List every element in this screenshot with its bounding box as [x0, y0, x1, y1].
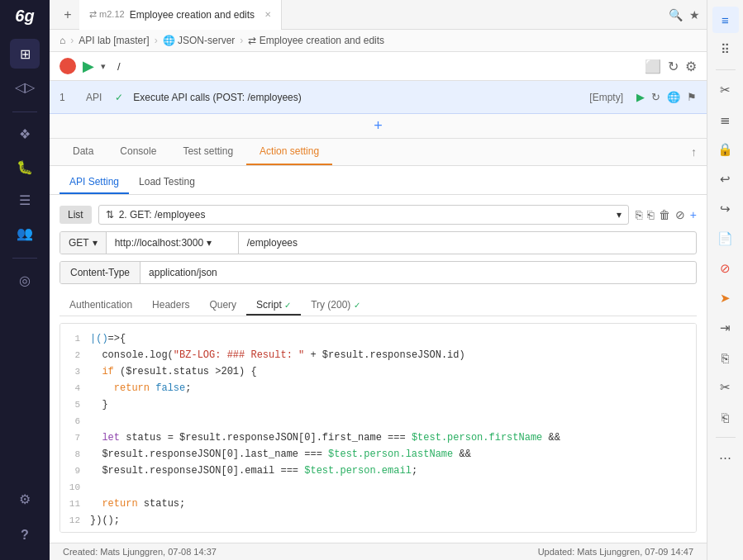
code-line-5: 5 } — [60, 396, 696, 413]
line-content-3: if ($result.status >201) { — [90, 363, 696, 380]
block-icon[interactable]: ⊘ — [675, 208, 685, 221]
left-sidebar: 6g ⊞ ◁▷ ❖ 🐛 ☰ 👥 ◎ ⚙ ? — [0, 0, 50, 560]
row-status: [Empty] — [589, 92, 623, 103]
line-number-7: 7 — [60, 429, 90, 446]
run-icon[interactable]: ▶ — [636, 91, 645, 103]
redo-icon[interactable]: ↪ — [712, 196, 739, 222]
line-content-2: console.log("BZ-LOG: ### Result: " + $re… — [90, 347, 696, 363]
window-icon[interactable]: ⬜ — [645, 59, 661, 74]
delete-icon[interactable]: 🗑 — [659, 208, 670, 221]
sidebar-item-settings[interactable]: ⚙ — [10, 484, 40, 514]
request-row[interactable]: 1 API ✓ Execute API calls (POST: /employ… — [50, 81, 707, 114]
row-description: Execute API calls (POST: /employees) — [133, 92, 589, 103]
try-check-icon: ✓ — [354, 301, 360, 310]
line-number-5: 5 — [60, 396, 90, 413]
sub-tab-load-testing[interactable]: Load Testing — [129, 171, 205, 194]
breadcrumb-item-jsonserver[interactable]: 🌐 JSON-server — [163, 35, 236, 46]
script-tab-query[interactable]: Query — [199, 296, 246, 316]
line-content-11: return status; — [90, 496, 696, 512]
line-content-6 — [90, 413, 696, 429]
line-number-2: 2 — [60, 347, 90, 363]
branch-icon[interactable]: ⇥ — [712, 315, 739, 341]
sub-tab-api-setting[interactable]: API Setting — [60, 171, 129, 194]
sidebar-item-people[interactable]: 👥 — [10, 218, 40, 248]
file-red-icon[interactable]: 📄 — [712, 225, 739, 252]
sidebar-item-dashboard[interactable]: ⊞ — [10, 39, 40, 69]
more-rs-icon[interactable]: ⋯ — [712, 444, 739, 471]
script-tab-auth[interactable]: Authentication — [60, 296, 142, 316]
copy-rs-icon[interactable]: ⎘ — [712, 344, 739, 371]
script-tab-bar: Authentication Headers Query Script ✓ Tr… — [60, 291, 697, 316]
line-content-8: $result.responseJSON[0].last_name === $t… — [90, 446, 696, 463]
row-number: 1 — [60, 92, 76, 103]
list-select[interactable]: ⇅ 2. GET: /employees ▾ — [98, 205, 629, 225]
undo-icon[interactable]: ↩ — [712, 166, 739, 192]
clone-icon[interactable]: ⎗ — [647, 208, 654, 221]
list-icon[interactable]: ≡ — [712, 7, 739, 33]
block-red-icon[interactable]: ⊘ — [712, 255, 739, 282]
line-number-9: 9 — [60, 463, 90, 479]
copy-icon[interactable]: ⎘ — [636, 208, 642, 221]
method-select[interactable]: GET ▾ — [60, 232, 107, 254]
settings-gear-icon[interactable]: ⚙ — [685, 59, 697, 74]
list-label: List — [60, 206, 92, 224]
code-line-11: 11 return status; — [60, 496, 696, 512]
script-tab-try[interactable]: Try (200) ✓ — [301, 296, 370, 316]
tab-console[interactable]: Console — [107, 139, 169, 165]
tab-bar-actions: 🔍 ★ — [669, 8, 700, 21]
script-tab-script[interactable]: Script ✓ — [246, 296, 301, 316]
arrow-orange-icon[interactable]: ➤ — [712, 285, 739, 311]
collapse-icon[interactable]: ↑ — [691, 145, 697, 159]
loop-icon[interactable]: ↻ — [651, 91, 660, 103]
sidebar-item-circle[interactable]: ◎ — [10, 265, 40, 295]
play-button[interactable]: ▶ — [83, 57, 94, 75]
lock-icon[interactable]: 🔒 — [712, 136, 739, 163]
tab-data[interactable]: Data — [60, 139, 107, 165]
tab-test-setting[interactable]: Test setting — [169, 139, 246, 165]
cut-rs-icon[interactable]: ✂ — [712, 374, 739, 401]
world-icon[interactable]: 🌐 — [667, 91, 680, 103]
sort-icon: ⇅ — [106, 209, 114, 221]
tab-close-button[interactable]: ✕ — [264, 10, 271, 19]
sidebar-item-help[interactable]: ? — [10, 520, 40, 550]
active-tab[interactable]: ⇄ m2.12 Employee creation and edits ✕ — [79, 0, 282, 30]
sidebar-item-nav[interactable]: ◁▷ — [10, 72, 40, 102]
code-line-4: 4 return false; — [60, 380, 696, 396]
breadcrumb-item-apilab[interactable]: API lab [master] — [79, 35, 149, 46]
rs-divider-2 — [716, 437, 736, 438]
search-icon[interactable]: 🔍 — [669, 8, 683, 21]
line-number-1: 1 — [60, 330, 90, 347]
line-content-10 — [90, 479, 696, 496]
text-lines-icon[interactable]: ≣ — [712, 107, 739, 133]
host-value: http://localhost:3000 — [115, 237, 203, 249]
star-icon[interactable]: ★ — [689, 8, 700, 21]
row-actions: ▶ ↻ 🌐 ⚑ — [636, 91, 697, 103]
sub-tab-bar: API Setting Load Testing — [50, 166, 707, 195]
line-number-6: 6 — [60, 413, 90, 429]
host-select[interactable]: http://localhost:3000 ▾ — [107, 232, 239, 254]
home-icon[interactable]: ⌂ — [60, 35, 65, 46]
line-number-12: 12 — [60, 512, 90, 529]
tab-action-setting[interactable]: Action setting — [246, 139, 332, 165]
scissors-left-icon[interactable]: ✂ — [712, 77, 739, 103]
chevron-down-icon[interactable]: ▾ — [101, 61, 106, 72]
line-content-5: } — [90, 396, 696, 413]
grid-icon[interactable]: ⠿ — [712, 36, 739, 63]
stop-button[interactable] — [60, 58, 76, 74]
rs-divider-1 — [716, 69, 736, 70]
url-input[interactable] — [112, 59, 638, 74]
sidebar-item-layers[interactable]: ❖ — [10, 119, 40, 149]
code-editor[interactable]: 1 |()=>{ 2 console.log("BZ-LOG: ### Resu… — [60, 323, 697, 533]
url-bar: ▶ ▾ ⬜ ↻ ⚙ — [50, 52, 707, 81]
code-line-2: 2 console.log("BZ-LOG: ### Result: " + $… — [60, 347, 696, 363]
new-tab-button[interactable]: + — [56, 3, 79, 26]
refresh-icon[interactable]: ↻ — [668, 59, 679, 74]
host-chevron-icon: ▾ — [207, 237, 212, 249]
script-tab-headers[interactable]: Headers — [142, 296, 199, 316]
sidebar-item-bug[interactable]: 🐛 — [10, 152, 40, 182]
paste-rs-icon[interactable]: ⎗ — [712, 404, 739, 430]
flag-icon[interactable]: ⚑ — [687, 91, 697, 103]
sidebar-item-list[interactable]: ☰ — [10, 185, 40, 215]
add-item-icon[interactable]: + — [690, 208, 697, 221]
add-request-button[interactable]: + — [374, 117, 383, 135]
